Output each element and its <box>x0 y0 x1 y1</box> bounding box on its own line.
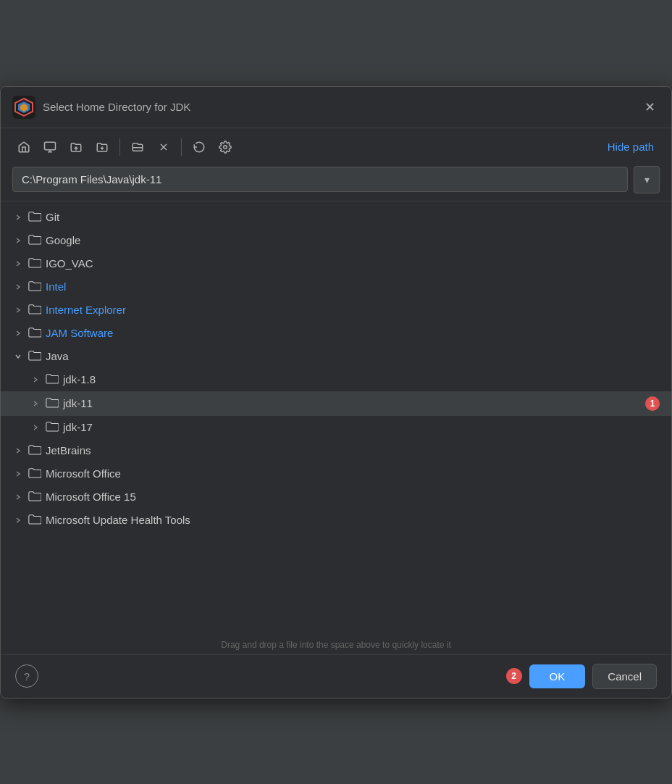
tree-item-label: IGO_VAC <box>46 257 660 270</box>
footer-badge: 2 <box>506 668 522 684</box>
folder-icon <box>28 467 41 480</box>
settings-button[interactable] <box>214 135 237 159</box>
tree-item[interactable]: IGO_VAC <box>1 252 671 275</box>
dialog-title: Select Home Directory for JDK <box>43 101 632 113</box>
tree-item-label: jdk-17 <box>63 421 660 433</box>
folder-icon <box>28 514 41 527</box>
tree-item-label: JAM Software <box>46 327 660 339</box>
folder-icon <box>46 421 59 434</box>
expand-chevron[interactable] <box>12 491 24 503</box>
close-button[interactable]: ✕ <box>639 97 660 117</box>
expand-chevron[interactable] <box>30 374 41 385</box>
tree-item[interactable]: Microsoft Office 15 <box>1 485 671 509</box>
folder-icon <box>28 327 41 340</box>
svg-rect-4 <box>45 142 56 150</box>
tree-item-label: Google <box>46 234 660 246</box>
path-row: ▾ <box>1 166 671 201</box>
select-directory-dialog: Select Home Directory for JDK ✕ <box>0 86 672 698</box>
tree-item-label: Intel <box>46 280 660 293</box>
file-tree[interactable]: GitGoogleIGO_VACIntelInternet ExplorerJA… <box>1 201 671 635</box>
tree-item[interactable]: JAM Software <box>1 322 671 345</box>
delete-button[interactable] <box>152 135 175 159</box>
tree-item[interactable]: jdk-1.8 <box>1 368 671 391</box>
folder-up-button[interactable] <box>64 135 88 159</box>
drag-hint: Drag and drop a file into the space abov… <box>1 635 671 654</box>
tree-item-label: Microsoft Office 15 <box>46 491 660 503</box>
folder-new-button[interactable] <box>91 135 114 159</box>
tree-item[interactable]: Git <box>1 206 671 229</box>
app-icon <box>12 96 35 119</box>
tree-item[interactable]: Microsoft Office <box>1 462 671 485</box>
refresh-button[interactable] <box>188 135 211 159</box>
folder-open-button[interactable] <box>126 135 149 159</box>
tree-item[interactable]: jdk-17 <box>1 416 671 439</box>
path-dropdown-button[interactable]: ▾ <box>634 166 660 193</box>
tree-item-label: jdk-11 <box>63 397 641 409</box>
expand-chevron[interactable] <box>12 258 24 270</box>
tree-item[interactable]: Microsoft Update Health Tools <box>1 509 671 532</box>
cancel-button[interactable]: Cancel <box>592 664 657 689</box>
expand-chevron[interactable] <box>12 281 24 293</box>
folder-icon <box>28 211 41 224</box>
expand-chevron[interactable] <box>12 235 24 246</box>
folder-icon <box>28 234 41 247</box>
tree-item[interactable]: Google <box>1 229 671 252</box>
folder-icon <box>46 397 59 410</box>
expand-chevron[interactable] <box>30 422 41 433</box>
computer-button[interactable] <box>38 135 62 159</box>
expand-chevron[interactable] <box>30 398 41 409</box>
footer: ? 2 OK Cancel <box>1 654 671 698</box>
ok-button[interactable]: OK <box>529 664 586 688</box>
home-button[interactable] <box>12 135 35 159</box>
tree-item-label: Java <box>46 350 660 362</box>
folder-icon <box>28 280 41 293</box>
hide-path-button[interactable]: Hide path <box>602 138 660 156</box>
expand-chevron[interactable] <box>12 328 24 339</box>
expand-chevron[interactable] <box>12 212 24 223</box>
item-badge: 1 <box>645 396 660 411</box>
svg-point-7 <box>224 145 227 149</box>
toolbar: Hide path <box>1 128 671 166</box>
folder-icon <box>28 491 41 504</box>
folder-icon <box>28 444 41 457</box>
expand-chevron[interactable] <box>12 445 24 456</box>
expand-chevron[interactable] <box>12 514 24 526</box>
folder-icon <box>28 257 41 270</box>
help-button[interactable]: ? <box>15 664 38 688</box>
tree-item-label: Microsoft Office <box>46 467 660 480</box>
folder-icon <box>28 304 41 317</box>
expand-chevron[interactable] <box>12 304 24 316</box>
tree-item[interactable]: jdk-111 <box>1 391 671 416</box>
tree-item[interactable]: JetBrains <box>1 439 671 462</box>
tree-item[interactable]: Internet Explorer <box>1 299 671 322</box>
tree-item-label: jdk-1.8 <box>63 373 660 385</box>
toolbar-divider-1 <box>119 138 120 156</box>
chevron-down-icon: ▾ <box>644 174 650 185</box>
path-input[interactable] <box>12 167 628 192</box>
tree-item-label: Internet Explorer <box>46 304 660 316</box>
expand-chevron[interactable] <box>12 468 24 480</box>
tree-item[interactable]: Intel <box>1 275 671 299</box>
toolbar-divider-2 <box>181 138 182 156</box>
tree-item-label: JetBrains <box>46 444 660 456</box>
title-bar: Select Home Directory for JDK ✕ <box>1 87 671 128</box>
folder-icon <box>46 373 59 386</box>
folder-icon <box>28 350 41 363</box>
tree-item-label: Git <box>46 211 660 223</box>
expand-chevron[interactable] <box>12 351 24 362</box>
tree-item[interactable]: Java <box>1 345 671 368</box>
tree-item-label: Microsoft Update Health Tools <box>46 514 660 526</box>
